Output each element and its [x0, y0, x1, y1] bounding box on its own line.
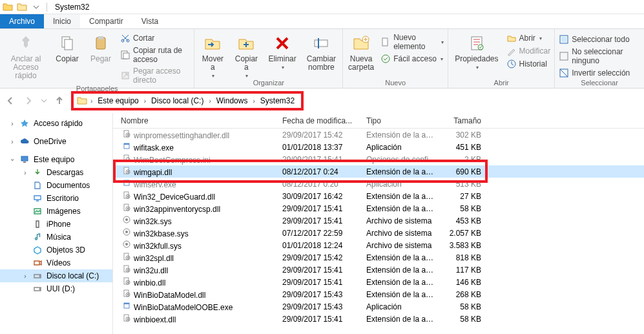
chevron-down-icon[interactable]: › [9, 156, 16, 163]
tree-item-musica[interactable]: Música [0, 231, 112, 244]
chevron-right-icon[interactable]: › [251, 98, 256, 105]
seleccionar-todo-button[interactable]: Seleccionar todo [559, 34, 640, 45]
chevron-right-icon[interactable]: › [89, 98, 94, 105]
tree-item-objetos3d[interactable]: Objetos 3D [0, 244, 112, 256]
shortcut-icon [120, 70, 130, 81]
cambiar-nombre-button[interactable]: Cambiar nombre [304, 30, 338, 72]
eliminar-button[interactable]: Eliminar▾ [265, 30, 298, 70]
nueva-carpeta-button[interactable]: Nueva carpeta [347, 30, 375, 72]
breadcrumb-item[interactable]: Disco local (C:) [147, 96, 207, 105]
file-row[interactable]: win32kbase.sys07/12/2017 22:59Archivo de… [113, 227, 644, 239]
file-row[interactable]: win32spl.dll29/09/2017 15:42Extensión de… [113, 251, 644, 264]
file-row[interactable]: win32appinventorycsp.dll29/09/2017 15:41… [113, 202, 644, 214]
chevron-down-icon: ▾ [441, 39, 444, 45]
file-row[interactable]: winbioext.dll29/09/2017 15:41Extensión d… [113, 313, 644, 325]
file-row[interactable]: win32k.sys29/09/2017 15:41Archivo de sis… [113, 214, 644, 227]
tree-item-documentos[interactable]: Documentos [0, 179, 112, 192]
forward-button[interactable] [21, 93, 36, 109]
facil-label: Fácil acceso [393, 54, 437, 63]
historial-button[interactable]: Historial [506, 59, 551, 69]
svg-point-12 [382, 55, 390, 63]
tree-item-uui[interactable]: UUI (D:) [0, 282, 112, 295]
abrir-button[interactable]: Abrir▾ [506, 33, 551, 43]
col-tipo[interactable]: Tipo [362, 116, 440, 125]
file-row[interactable]: winpromessettinghandler.dll29/09/2017 15… [113, 129, 644, 141]
svg-rect-7 [123, 53, 129, 59]
tree-quick-access[interactable]: › Acceso rápido [0, 117, 112, 130]
file-row[interactable]: WimBootCompress.ini29/09/2017 15:41Opcio… [113, 153, 644, 165]
facil-acceso-button[interactable]: Fácil acceso▾ [380, 54, 444, 64]
invertir-seleccion-button[interactable]: Invertir selección [559, 68, 640, 78]
file-type: Extensión de la apl... [362, 204, 440, 213]
col-tamano[interactable]: Tamaño [440, 116, 485, 125]
tree-item-disco_c[interactable]: ›Disco local (C:) [0, 269, 112, 282]
back-button[interactable] [3, 93, 18, 109]
file-row[interactable]: winbio.dll29/09/2017 15:41Extensión de l… [113, 276, 644, 288]
chevron-right-icon[interactable]: › [22, 273, 28, 280]
chevron-right-icon[interactable]: › [143, 98, 147, 105]
tree-item-escritorio[interactable]: Escritorio [0, 192, 112, 205]
file-row[interactable]: wimserv.exe08/12/2017 0:20Aplicación513 … [113, 178, 644, 190]
file-row[interactable]: wifitask.exe01/01/2018 13:37Aplicación45… [113, 141, 644, 153]
pegar-directo-button[interactable]: Pegar acceso directo [120, 67, 190, 85]
propiedades-button[interactable]: Propiedades▾ [452, 30, 501, 70]
chevron-right-icon[interactable]: › [22, 169, 28, 176]
modificar-button[interactable]: Modificar [506, 46, 551, 56]
breadcrumb[interactable]: › Este equipo › Disco local (C:) › Windo… [71, 91, 304, 110]
copiar-button[interactable]: Copiar [53, 30, 81, 63]
file-type: Extensión de la apl... [362, 253, 440, 262]
tab-vista[interactable]: Vista [132, 14, 167, 28]
mover-a-button[interactable]: Mover a▾ [198, 30, 227, 79]
nuevo-elemento-button[interactable]: Nuevo elemento▾ [380, 33, 444, 51]
col-fecha[interactable]: Fecha de modifica... [278, 116, 362, 125]
tree-item-imagenes[interactable]: Imágenes [0, 205, 112, 218]
tree-label: Música [47, 233, 71, 242]
file-icon [121, 252, 132, 261]
file-size: 3.583 KB [440, 241, 485, 250]
file-icon [121, 277, 132, 286]
dropdown-icon[interactable] [31, 2, 41, 12]
file-row[interactable]: wimgapi.dll08/12/2017 0:24Extensión de l… [113, 165, 644, 178]
file-row[interactable]: WinBioDataModelOOBE.exe29/09/2017 15:43A… [113, 300, 644, 313]
seleccionar-ninguno-button[interactable]: No seleccionar ninguno [559, 47, 640, 65]
rename-icon [311, 33, 331, 54]
breadcrumb-item[interactable]: System32 [256, 96, 298, 105]
tree-onedrive[interactable]: › OneDrive [0, 135, 112, 148]
historial-label: Historial [519, 59, 547, 68]
copiar-ruta-button[interactable]: Copiar ruta de acceso [120, 46, 190, 64]
tree-item-descargas[interactable]: ›Descargas [0, 166, 112, 179]
tab-compartir[interactable]: Compartir [80, 14, 132, 28]
copiar-a-button[interactable]: Copiar a▾ [232, 30, 260, 79]
tab-inicio[interactable]: Inicio [44, 14, 80, 28]
file-row[interactable]: win32u.dll29/09/2017 15:41Extensión de l… [113, 264, 644, 276]
file-icon [121, 166, 132, 175]
cortar-button[interactable]: Cortar [120, 33, 190, 43]
chevron-right-icon[interactable]: › [207, 98, 212, 105]
tree-label: Vídeos [47, 258, 70, 267]
file-row[interactable]: win32kfull.sys01/01/2018 12:24Archivo de… [113, 239, 644, 251]
delete-icon [272, 33, 293, 54]
tree-este-equipo[interactable]: › Este equipo [0, 153, 112, 166]
recent-dropdown[interactable] [39, 93, 49, 109]
file-name: win32kbase.sys [134, 229, 189, 238]
svg-point-57 [127, 294, 129, 295]
file-name: wimgapi.dll [134, 168, 172, 177]
tab-archivo[interactable]: Archivo [0, 14, 44, 28]
chevron-right-icon[interactable]: › [9, 120, 16, 127]
file-row[interactable]: WinBioDataModel.dll29/09/2017 15:43Exten… [113, 288, 644, 300]
file-date: 01/01/2018 13:37 [278, 143, 362, 152]
tree-item-videos[interactable]: Vídeos [0, 256, 112, 269]
file-date: 08/12/2017 0:24 [278, 167, 362, 176]
chevron-right-icon[interactable]: › [9, 138, 16, 145]
anclar-button[interactable]: Anclar al Acceso rápido [4, 30, 48, 81]
col-nombre[interactable]: Nombre [117, 116, 278, 125]
pegar-button[interactable]: Pegar [87, 30, 115, 63]
new-folder-icon [351, 33, 371, 54]
up-button[interactable] [52, 93, 67, 109]
file-row[interactable]: Win32_DeviceGuard.dll30/09/2017 16:42Ext… [113, 190, 644, 202]
tree-item-iphone[interactable]: iPhone [0, 218, 112, 231]
breadcrumb-item[interactable]: Windows [213, 96, 252, 105]
ribbon-group-nuevo: Nueva carpeta Nuevo elemento▾ Fácil acce… [343, 29, 448, 88]
file-type: Archivo de sistema [362, 216, 440, 225]
breadcrumb-item[interactable]: Este equipo [94, 96, 142, 105]
